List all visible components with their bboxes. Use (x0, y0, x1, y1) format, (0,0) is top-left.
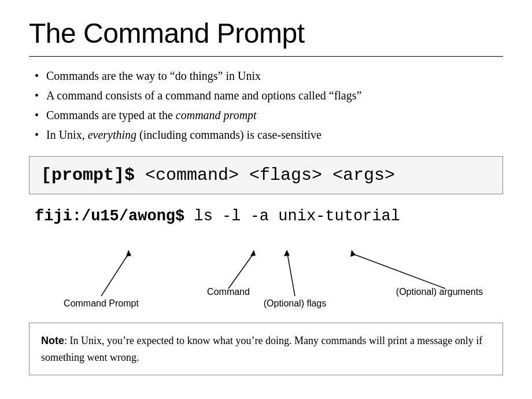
diagram-arrows-svg (29, 234, 503, 309)
bullet-item-3: Commands are typed at the command prompt (35, 106, 503, 124)
example-command-line: fiji:/u15/awong$ ls -l -a unix-tutorial (29, 206, 503, 228)
svg-line-2 (228, 254, 253, 289)
svg-marker-1 (126, 250, 131, 257)
example-command-rest: ls -l -a unix-tutorial (184, 208, 400, 225)
svg-marker-3 (250, 250, 256, 256)
note-box: Note: In Unix, you’re expected to know w… (29, 323, 503, 376)
label-optional-flags: (Optional) flags (254, 298, 335, 309)
label-optional-args: (Optional) arguments (393, 287, 486, 297)
command-prompt-bold: [prompt]$ (41, 165, 135, 185)
bullet-item-1: Commands are the way to “do things” in U… (35, 67, 503, 84)
page-title: The Command Prompt (29, 17, 503, 49)
bullet-list: Commands are the way to “do things” in U… (29, 67, 503, 143)
svg-line-0 (101, 254, 128, 296)
label-command: Command (200, 287, 257, 297)
diagram-area: Command Prompt Command (Optional) flags … (29, 234, 503, 309)
svg-marker-7 (350, 250, 356, 257)
command-syntax-box: [prompt]$ <command> <flags> <args> (29, 156, 503, 194)
bullet-item-2: A command consists of a command name and… (35, 87, 503, 104)
note-bold: Note (41, 335, 64, 346)
svg-line-4 (287, 254, 295, 296)
title-divider (29, 56, 503, 57)
svg-line-6 (353, 254, 445, 289)
bullet-item-4: In Unix, everything (including commands)… (35, 126, 503, 143)
label-command-prompt: Command Prompt (64, 298, 139, 309)
note-text: : In Unix, you’re expected to know what … (41, 335, 482, 363)
svg-marker-5 (284, 250, 290, 256)
example-prompt-bold: fiji:/u15/awong$ (35, 208, 184, 225)
command-syntax-rest: <command> <flags> <args> (135, 165, 395, 185)
